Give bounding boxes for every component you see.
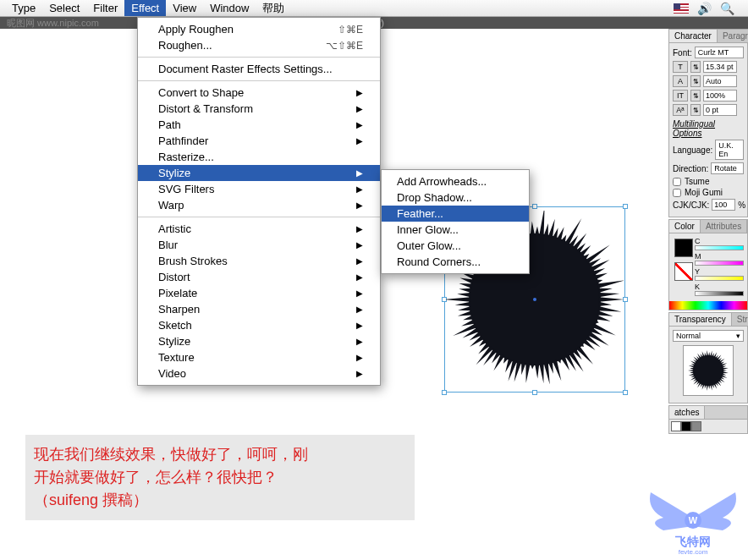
stepper-icon[interactable]: ⇅ [690,104,701,116]
cjk-label: CJK/CJK: [673,200,709,210]
submenu-round-corners[interactable]: Round Corners... [382,254,529,270]
menu-video[interactable]: Video▶ [138,365,380,382]
tab-color[interactable]: Color [669,220,701,233]
stepper-icon[interactable]: ⇅ [690,75,701,87]
menu-apply-roughen[interactable]: Apply Roughen⇧⌘E [138,21,380,37]
direction-select[interactable]: Rotate [711,162,744,174]
font-size-icon: T [673,61,688,73]
cyan-label: C [695,237,701,245]
baseline-icon: Aª [673,104,688,116]
color-spectrum[interactable] [669,301,747,310]
swatches-grid[interactable] [669,420,747,433]
svg-text:fevte.com: fevte.com [679,548,708,556]
font-select[interactable]: Curlz MT [695,47,744,58]
menu-artistic[interactable]: Artistic▶ [138,221,380,237]
tsume-label: Tsume [685,177,709,186]
flag-icon[interactable] [674,3,689,14]
menu-filter[interactable]: Filter [86,0,124,16]
watermark-text: 昵图网 www.nipic.com [7,17,99,30]
magenta-label: M [695,252,701,261]
tab-attributes[interactable]: Attributes [701,220,747,233]
handle-bot-right[interactable] [623,390,628,395]
yellow-label: Y [695,267,700,276]
stepper-icon[interactable]: ⇅ [690,61,701,73]
menu-pixelate[interactable]: Pixelate▶ [138,285,380,301]
menu-select[interactable]: Select [42,0,86,16]
cjk-pct: % [738,200,745,210]
direction-label: Direction: [673,164,708,173]
menu-blur[interactable]: Blur▶ [138,237,380,253]
menu-convert-to-shape[interactable]: Convert to Shape▶ [138,85,380,101]
menu-rasterize[interactable]: Rasterize... [138,149,380,165]
menu-window[interactable]: Window [203,0,256,16]
menu-help[interactable]: 帮助 [256,0,291,18]
menu-path[interactable]: Path▶ [138,117,380,133]
submenu-feather[interactable]: Feather... [382,206,529,222]
handle-bot-mid[interactable] [532,390,537,395]
transparency-preview [683,345,734,396]
menubar: Type Select Filter Effect View Window 帮助… [0,0,748,17]
submenu-drop-shadow[interactable]: Drop Shadow... [382,189,529,206]
menu-sketch[interactable]: Sketch▶ [138,317,380,333]
handle-bot-left[interactable] [442,390,447,395]
tab-transparency[interactable]: Transparency [669,313,732,326]
menu-doc-raster-settings[interactable]: Document Raster Effects Settings... [138,61,380,77]
svg-text:飞特网: 飞特网 [674,535,711,548]
stepper-icon[interactable]: ⇅ [690,90,701,102]
scale-input[interactable] [703,90,737,102]
annotation-text: 现在我们继续效果，快做好了，呵呵，刚 开始就要做好了，怎么样？很快把？ （sui… [25,435,415,520]
menu-pathfinder[interactable]: Pathfinder▶ [138,133,380,149]
menu-stylize[interactable]: Stylize▶ [138,165,380,181]
svg-point-1 [533,298,536,301]
panels-column: Character Paragr Font: Curlz MT T ⇅ A ⇅ … [668,29,748,434]
tsume-checkbox[interactable] [673,178,681,186]
menu-sharpen[interactable]: Sharpen▶ [138,301,380,317]
cjk-input[interactable] [712,199,735,211]
menu-warp[interactable]: Warp▶ [138,197,380,213]
menu-type[interactable]: Type [5,0,42,16]
transparency-panel: Transparency Str Normal▾ [668,312,748,404]
leading-input[interactable] [703,75,737,87]
mojigumi-label: Moji Gumi [685,188,723,197]
site-logo: W 飞特网 fevte.com [642,480,744,556]
language-label: Language: [673,145,712,155]
handle-top-mid[interactable] [532,204,537,209]
fill-swatch[interactable] [674,239,693,257]
language-select[interactable]: U.K. En [715,140,744,160]
spotlight-icon[interactable]: 🔍 [720,2,734,15]
multilingual-header: Multilingual Options [673,119,744,138]
baseline-input[interactable] [703,104,737,116]
menu-texture[interactable]: Texture▶ [138,349,380,365]
menu-view[interactable]: View [166,0,203,16]
character-panel: Character Paragr Font: Curlz MT T ⇅ A ⇅ … [668,29,748,217]
menu-effect[interactable]: Effect [124,0,166,16]
font-label: Font: [673,48,692,58]
handle-top-right[interactable] [623,204,628,209]
menu-distort[interactable]: Distort▶ [138,269,380,285]
tab-character[interactable]: Character [669,30,718,42]
menu-brush-strokes[interactable]: Brush Strokes▶ [138,253,380,269]
menu-stylize-2[interactable]: Stylize▶ [138,333,380,349]
swatches-panel: atches [668,405,748,434]
black-label: K [695,283,700,291]
tab-swatches[interactable]: atches [669,406,705,419]
tab-paragraph[interactable]: Paragr [718,30,748,42]
stroke-swatch[interactable] [674,262,693,281]
mojigumi-checkbox[interactable] [673,189,681,197]
menu-roughen[interactable]: Roughen...⌥⇧⌘E [138,37,380,53]
menu-distort-transform[interactable]: Distort & Transform▶ [138,101,380,117]
scale-icon: IT [673,90,688,102]
speaker-icon[interactable]: 🔊 [697,2,712,15]
submenu-add-arrowheads[interactable]: Add Arrowheads... [382,173,529,189]
font-size-input[interactable] [703,61,737,73]
tab-stroke[interactable]: Str [732,313,748,326]
titlebar-suffix: iew) [367,18,748,28]
svg-text:W: W [689,515,698,525]
color-panel: Color Attributes C M Y K [668,219,748,310]
submenu-inner-glow[interactable]: Inner Glow... [382,222,529,238]
effect-dropdown: Apply Roughen⇧⌘E Roughen...⌥⇧⌘E Document… [137,17,381,386]
blend-mode-select[interactable]: Normal▾ [673,330,744,342]
menu-svg-filters[interactable]: SVG Filters▶ [138,181,380,197]
stylize-submenu: Add Arrowheads... Drop Shadow... Feather… [381,169,530,274]
submenu-outer-glow[interactable]: Outer Glow... [382,238,529,254]
